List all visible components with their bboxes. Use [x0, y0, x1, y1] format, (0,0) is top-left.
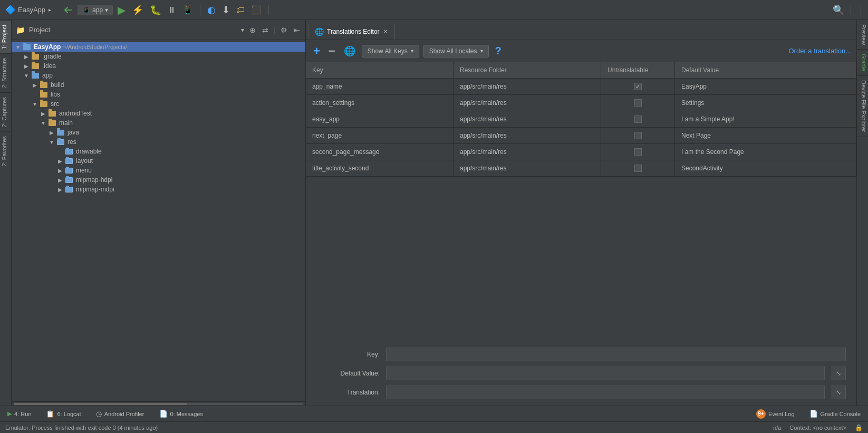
translation-form: Key: Default Value: ⤡ Translation: ⤡: [306, 341, 856, 406]
tree-item-idea[interactable]: ▶ .idea: [12, 61, 305, 71]
default-value-expand-button[interactable]: ⤡: [831, 367, 846, 380]
translation-input[interactable]: [386, 386, 825, 399]
run-tab-label: 4: Run: [14, 411, 31, 417]
settings-icon: [851, 5, 861, 15]
tree-item-gradle[interactable]: ▶ .gradle: [12, 52, 305, 61]
settings-button[interactable]: [849, 3, 863, 17]
checkbox-easy-app[interactable]: [634, 116, 642, 123]
back-button[interactable]: [62, 4, 74, 16]
checkbox-next-page[interactable]: [634, 132, 642, 139]
expand-arrow-mipmap-mdpi: ▶: [56, 187, 64, 193]
layout-icon: ⬛: [251, 5, 262, 15]
download-button[interactable]: ⬇: [220, 3, 232, 17]
messages-tab[interactable]: 📄 0: Messages: [156, 409, 206, 419]
logcat-tab-label: 6: Logcat: [57, 411, 81, 417]
keys-dropdown-arrow-icon: ▾: [411, 48, 413, 54]
table-row[interactable]: second_page_message app/src/main/res I a…: [306, 144, 856, 160]
dropdown-chevron-icon: ▾: [105, 6, 108, 14]
table-row[interactable]: title_activity_second app/src/main/res S…: [306, 160, 856, 177]
expand-arrow-layout: ▶: [56, 158, 64, 164]
tree-item-res[interactable]: ▼ res: [12, 137, 305, 147]
favorites-tab[interactable]: 2: Favorites: [0, 131, 11, 170]
globe-action-button[interactable]: 🌐: [342, 44, 358, 58]
collapse-btn[interactable]: ⇤: [293, 25, 301, 35]
device-file-explorer-tab[interactable]: Device File Explorer: [857, 76, 868, 137]
root-label: EasyApp: [34, 43, 61, 51]
cell-untranslatable-title-activity-second[interactable]: [601, 160, 675, 176]
cell-untranslatable-next-page[interactable]: [601, 128, 675, 143]
preview-tab[interactable]: Preview: [857, 20, 868, 50]
tree-item-app[interactable]: ▼ app: [12, 71, 305, 80]
bug-button[interactable]: 🐛: [148, 3, 163, 17]
sdk-icon: 🏷: [236, 5, 245, 15]
cell-untranslatable-app-name[interactable]: ✓: [601, 79, 675, 94]
show-all-keys-button[interactable]: Show All Keys ▾: [362, 45, 419, 57]
checkbox-second-page-message[interactable]: [634, 148, 642, 156]
project-panel-header: 📁 Project ▾ ⊕ ⇄ | ⚙ ⇤: [12, 20, 305, 40]
settings-project-btn[interactable]: ⚙: [279, 25, 288, 35]
order-translation-button[interactable]: Order a translation...: [789, 47, 852, 55]
header-untranslatable: Untranslatable: [601, 62, 675, 78]
lightning-button[interactable]: ⚡: [130, 3, 145, 17]
tree-item-layout[interactable]: ▶ layout: [12, 156, 305, 166]
profiler-tab[interactable]: ◷ Android Profiler: [93, 409, 148, 419]
checkbox-app-name[interactable]: ✓: [634, 83, 642, 90]
add-project-btn[interactable]: ⊕: [248, 25, 257, 35]
tree-item-androidtest[interactable]: ▶ androidTest: [12, 109, 305, 118]
gradle-tab[interactable]: Gradle: [857, 50, 868, 76]
cell-untranslatable-easy-app[interactable]: [601, 111, 675, 127]
tree-item-drawable[interactable]: ▶ drawable: [12, 147, 305, 156]
title-arrow-icon: ▸: [49, 7, 51, 13]
show-all-locales-button[interactable]: Show All Locales ▾: [423, 45, 489, 57]
table-row[interactable]: app_name app/src/main/res ✓ EasyApp: [306, 79, 856, 95]
expand-arrow-main: ▼: [39, 120, 47, 126]
tab-close-icon[interactable]: ✕: [383, 28, 388, 35]
tree-item-libs[interactable]: ▶ libs: [12, 90, 305, 99]
key-input[interactable]: [386, 348, 846, 361]
app-selector-button[interactable]: 📱 app ▾: [78, 5, 113, 15]
cell-untranslatable-second-page-message[interactable]: [601, 144, 675, 160]
run-button[interactable]: ▶: [116, 2, 127, 18]
default-value-input[interactable]: [386, 367, 825, 380]
tree-item-java[interactable]: ▶ java: [12, 128, 305, 137]
checkbox-action-settings[interactable]: [634, 99, 642, 107]
tree-item-menu[interactable]: ▶ menu: [12, 166, 305, 175]
tree-item-root[interactable]: ▼ EasyApp ~/AndroidStudioProjects/: [12, 42, 305, 52]
sync-btn[interactable]: ⇄: [261, 25, 269, 35]
search-toolbar-button[interactable]: 🔍: [831, 3, 846, 17]
logcat-tab[interactable]: 📋 6: Logcat: [43, 409, 84, 419]
layout-label: layout: [76, 157, 93, 165]
header-resource-folder: Resource Folder: [454, 62, 601, 78]
project-tab[interactable]: 1: Project: [0, 20, 11, 53]
help-button[interactable]: ?: [493, 44, 504, 58]
tree-item-mipmap-mdpi[interactable]: ▶ mipmap-mdpi: [12, 185, 305, 194]
remove-key-button[interactable]: −: [326, 44, 337, 58]
table-row[interactable]: action_settings app/src/main/res Setting…: [306, 95, 856, 111]
tree-item-mipmap-hdpi[interactable]: ▶ mipmap-hdpi: [12, 175, 305, 185]
cell-untranslatable-action-settings[interactable]: [601, 95, 675, 111]
cell-value-title-activity-second: SecondActivity: [675, 160, 856, 176]
run-tab[interactable]: ▶ 4: Run: [4, 409, 34, 418]
profile-button[interactable]: ⏸: [166, 4, 178, 16]
checkbox-title-activity-second[interactable]: [634, 165, 642, 172]
add-key-button[interactable]: +: [311, 44, 322, 58]
translations-editor-tab[interactable]: 🌐 Translations Editor ✕: [308, 24, 395, 40]
project-scrollbar[interactable]: [12, 401, 305, 406]
gradle-console-tab[interactable]: 📄 Gradle Console: [806, 409, 864, 419]
layout-button[interactable]: ⬛: [249, 3, 263, 16]
tree-item-build[interactable]: ▶ build: [12, 80, 305, 90]
sdk-button[interactable]: 🏷: [235, 4, 246, 16]
event-log-tab[interactable]: 9+ Event Log: [753, 408, 798, 420]
analyze-button[interactable]: ◐: [206, 3, 217, 17]
table-row[interactable]: easy_app app/src/main/res I am a Simple …: [306, 111, 856, 128]
scrollbar-track: [14, 403, 303, 405]
phone-button[interactable]: 📱: [181, 3, 195, 16]
expand-arrow-idea: ▶: [22, 63, 31, 69]
tree-item-main[interactable]: ▼ main: [12, 118, 305, 128]
captures-tab[interactable]: 2: Captures: [0, 92, 11, 131]
translation-expand-button[interactable]: ⤡: [831, 386, 846, 399]
cell-key-easy-app: easy_app: [306, 111, 454, 127]
table-row[interactable]: next_page app/src/main/res Next Page: [306, 128, 856, 144]
tree-item-src[interactable]: ▼ src: [12, 99, 305, 109]
structure-tab[interactable]: 2: Structure: [0, 53, 11, 92]
